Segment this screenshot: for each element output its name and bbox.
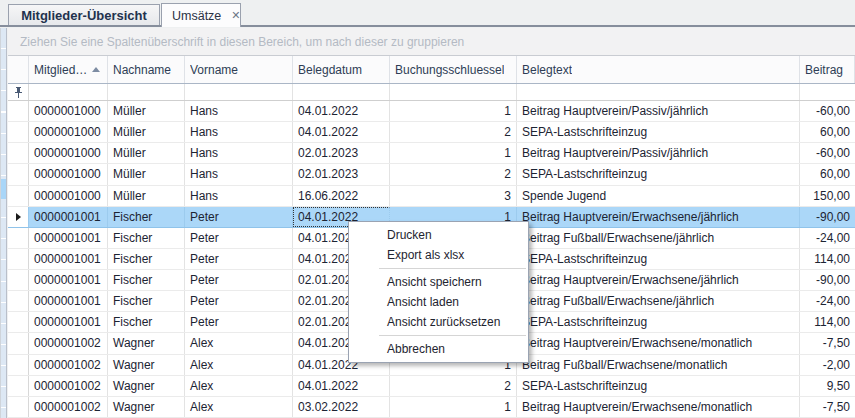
filter-cell-beitrag[interactable] bbox=[800, 84, 855, 100]
cell-belegtext[interactable]: SEPA-Lastschrifteinzug bbox=[517, 164, 800, 184]
cell-buchungsschluessel[interactable]: 1 bbox=[390, 101, 517, 121]
cell-mitglieds_nr[interactable]: 0000001001 bbox=[29, 249, 108, 269]
cell-beitrag[interactable]: 114,00 bbox=[800, 312, 855, 332]
cell-beitrag[interactable]: -7,50 bbox=[800, 333, 855, 353]
cell-nachname[interactable]: Müller bbox=[108, 122, 185, 142]
menu-item-ansicht-laden[interactable]: Ansicht laden bbox=[349, 292, 528, 312]
cell-nachname[interactable]: Wagner bbox=[108, 355, 185, 375]
cell-buchungsschluessel[interactable]: 1 bbox=[390, 143, 517, 163]
cell-vorname[interactable]: Hans bbox=[185, 186, 293, 206]
column-header-mitglieds_nr[interactable]: Mitglieds-... bbox=[29, 56, 108, 83]
cell-belegtext[interactable]: Beitrag Hauptverein/Erwachsene/jährlich bbox=[517, 270, 800, 290]
cell-beitrag[interactable]: -24,00 bbox=[800, 228, 855, 248]
cell-vorname[interactable]: Peter bbox=[185, 228, 293, 248]
cell-nachname[interactable]: Fischer bbox=[108, 291, 185, 311]
cell-vorname[interactable]: Alex bbox=[185, 376, 293, 396]
cell-belegtext[interactable]: Beitrag Fußball/Erwachsene/monatlich bbox=[517, 355, 800, 375]
cell-vorname[interactable]: Hans bbox=[185, 122, 293, 142]
cell-belegtext[interactable]: SEPA-Lastschrifteinzug bbox=[517, 122, 800, 142]
cell-beitrag[interactable]: 114,00 bbox=[800, 249, 855, 269]
cell-belegtext[interactable]: Beitrag Fußball/Erwachsene/jährlich bbox=[517, 291, 800, 311]
cell-mitglieds_nr[interactable]: 0000001001 bbox=[29, 228, 108, 248]
cell-belegdatum[interactable]: 16.06.2022 bbox=[293, 186, 390, 206]
filter-cell-nachname[interactable] bbox=[108, 84, 185, 100]
cell-mitglieds_nr[interactable]: 0000001001 bbox=[29, 312, 108, 332]
table-row[interactable]: 0000001000MüllerHans04.01.20221Beitrag H… bbox=[8, 101, 855, 122]
column-header-nachname[interactable]: Nachname bbox=[108, 56, 185, 83]
close-icon[interactable]: ✕ bbox=[231, 9, 240, 22]
column-header-buchungsschluessel[interactable]: Buchungsschluessel bbox=[390, 56, 517, 83]
filter-cell-mitglieds_nr[interactable] bbox=[29, 84, 108, 100]
cell-vorname[interactable]: Peter bbox=[185, 207, 293, 227]
filter-cell-belegdatum[interactable] bbox=[293, 84, 390, 100]
cell-vorname[interactable]: Peter bbox=[185, 291, 293, 311]
table-row[interactable]: 0000001000MüllerHans02.01.20231Beitrag H… bbox=[8, 143, 855, 164]
table-row[interactable]: 0000001000MüllerHans02.01.20232SEPA-Last… bbox=[8, 164, 855, 185]
cell-belegtext[interactable]: Beitrag Fußball/Erwachsene/jährlich bbox=[517, 228, 800, 248]
cell-belegdatum[interactable]: 04.01.2022 bbox=[293, 101, 390, 121]
cell-belegdatum[interactable]: 02.01.2023 bbox=[293, 143, 390, 163]
cell-buchungsschluessel[interactable]: 2 bbox=[390, 122, 517, 142]
table-row[interactable]: 0000001002WagnerAlex04.01.20222SEPA-Last… bbox=[8, 376, 855, 397]
cell-vorname[interactable]: Alex bbox=[185, 397, 293, 417]
cell-mitglieds_nr[interactable]: 0000001000 bbox=[29, 101, 108, 121]
cell-belegtext[interactable]: SEPA-Lastschrifteinzug bbox=[517, 376, 800, 396]
cell-nachname[interactable]: Wagner bbox=[108, 376, 185, 396]
menu-item-drucken[interactable]: Drucken bbox=[349, 225, 528, 245]
column-header-belegtext[interactable]: Belegtext bbox=[517, 56, 800, 83]
table-row[interactable]: 0000001002WagnerAlex03.02.20221Beitrag H… bbox=[8, 397, 855, 418]
cell-vorname[interactable]: Hans bbox=[185, 143, 293, 163]
group-by-panel[interactable]: Ziehen Sie eine Spaltenüberschrift in di… bbox=[8, 28, 855, 56]
cell-buchungsschluessel[interactable]: 2 bbox=[390, 164, 517, 184]
cell-beitrag[interactable]: -60,00 bbox=[800, 101, 855, 121]
cell-nachname[interactable]: Müller bbox=[108, 143, 185, 163]
table-row[interactable]: 0000001000MüllerHans04.01.20222SEPA-Last… bbox=[8, 122, 855, 143]
cell-mitglieds_nr[interactable]: 0000001002 bbox=[29, 333, 108, 353]
cell-nachname[interactable]: Fischer bbox=[108, 270, 185, 290]
cell-beitrag[interactable]: -90,00 bbox=[800, 270, 855, 290]
cell-mitglieds_nr[interactable]: 0000001002 bbox=[29, 397, 108, 417]
column-header-vorname[interactable]: Vorname bbox=[185, 56, 293, 83]
cell-beitrag[interactable]: -60,00 bbox=[800, 143, 855, 163]
cell-beitrag[interactable]: -7,50 bbox=[800, 397, 855, 417]
cell-belegdatum[interactable]: 04.01.2022 bbox=[293, 122, 390, 142]
cell-nachname[interactable]: Wagner bbox=[108, 333, 185, 353]
cell-vorname[interactable]: Alex bbox=[185, 333, 293, 353]
cell-nachname[interactable]: Müller bbox=[108, 186, 185, 206]
cell-mitglieds_nr[interactable]: 0000001000 bbox=[29, 143, 108, 163]
cell-nachname[interactable]: Fischer bbox=[108, 312, 185, 332]
cell-nachname[interactable]: Müller bbox=[108, 164, 185, 184]
cell-belegdatum[interactable]: 03.02.2022 bbox=[293, 397, 390, 417]
cell-beitrag[interactable]: -90,00 bbox=[800, 207, 855, 227]
cell-mitglieds_nr[interactable]: 0000001002 bbox=[29, 376, 108, 396]
cell-nachname[interactable]: Fischer bbox=[108, 228, 185, 248]
column-header-belegdatum[interactable]: Belegdatum bbox=[293, 56, 390, 83]
cell-beitrag[interactable]: 60,00 bbox=[800, 122, 855, 142]
cell-vorname[interactable]: Peter bbox=[185, 312, 293, 332]
tab-mitglieder-uebersicht[interactable]: Mitglieder-Übersicht bbox=[8, 4, 160, 25]
cell-belegtext[interactable]: Beitrag Hauptverein/Erwachsene/monatlich bbox=[517, 397, 800, 417]
cell-belegtext[interactable]: SEPA-Lastschrifteinzug bbox=[517, 249, 800, 269]
cell-vorname[interactable]: Hans bbox=[185, 164, 293, 184]
cell-nachname[interactable]: Müller bbox=[108, 101, 185, 121]
cell-mitglieds_nr[interactable]: 0000001001 bbox=[29, 270, 108, 290]
cell-buchungsschluessel[interactable]: 3 bbox=[390, 186, 517, 206]
menu-item-abbrechen[interactable]: Abbrechen bbox=[349, 339, 528, 359]
filter-cell-vorname[interactable] bbox=[185, 84, 293, 100]
cell-beitrag[interactable]: -24,00 bbox=[800, 291, 855, 311]
cell-beitrag[interactable]: 9,50 bbox=[800, 376, 855, 396]
cell-beitrag[interactable]: 60,00 bbox=[800, 164, 855, 184]
cell-belegdatum[interactable]: 02.01.2023 bbox=[293, 164, 390, 184]
cell-nachname[interactable]: Fischer bbox=[108, 249, 185, 269]
cell-mitglieds_nr[interactable]: 0000001001 bbox=[29, 291, 108, 311]
cell-vorname[interactable]: Peter bbox=[185, 249, 293, 269]
cell-vorname[interactable]: Hans bbox=[185, 101, 293, 121]
cell-belegtext[interactable]: Beitrag Hauptverein/Passiv/jährlich bbox=[517, 101, 800, 121]
table-row[interactable]: 0000001000MüllerHans16.06.20223Spende Ju… bbox=[8, 186, 855, 207]
menu-item-ansicht-zur-cksetzen[interactable]: Ansicht zurücksetzen bbox=[349, 312, 528, 332]
cell-belegtext[interactable]: Beitrag Hauptverein/Passiv/jährlich bbox=[517, 143, 800, 163]
cell-mitglieds_nr[interactable]: 0000001000 bbox=[29, 122, 108, 142]
cell-nachname[interactable]: Wagner bbox=[108, 397, 185, 417]
cell-belegtext[interactable]: Beitrag Hauptverein/Erwachsene/monatlich bbox=[517, 333, 800, 353]
cell-nachname[interactable]: Fischer bbox=[108, 207, 185, 227]
